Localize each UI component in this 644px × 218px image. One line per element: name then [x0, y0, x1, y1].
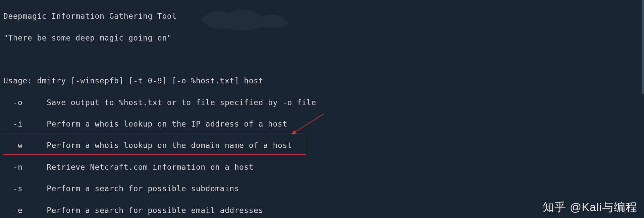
option-s: -s Perform a search for possible subdoma…: [3, 183, 641, 194]
blank-line: [3, 54, 641, 65]
terminal-output[interactable]: Deepmagic Information Gathering Tool "Th…: [3, 0, 641, 218]
option-i: -i Perform a whois lookup on the IP addr…: [3, 119, 641, 129]
scrollbar[interactable]: [642, 0, 644, 94]
option-o: -o Save output to %host.txt or to file s…: [3, 97, 641, 108]
option-n: -n Retrieve Netcraft.com information on …: [3, 162, 641, 172]
header-line-1: Deepmagic Information Gathering Tool: [3, 11, 641, 21]
usage-line: Usage: dmitry [-winsepfb] [-t 0-9] [-o %…: [3, 75, 641, 86]
watermark-text: 知乎 @Kali与编程: [543, 199, 637, 215]
option-w: -w Perform a whois lookup on the domain …: [3, 140, 641, 151]
header-line-2: "There be some deep magic going on": [3, 32, 641, 43]
